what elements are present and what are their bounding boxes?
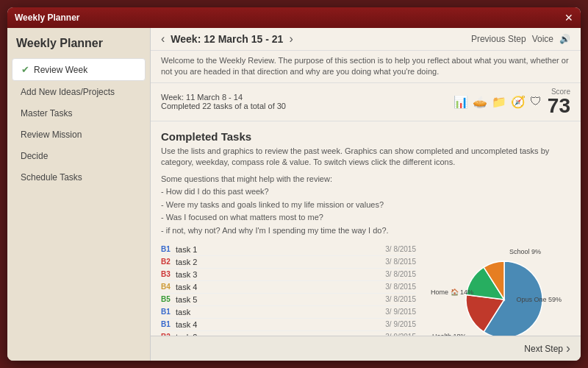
pie-chart: Opus One 59% Health 18% Home 🏠 14% Schoo…	[431, 244, 563, 336]
review-question: - How did I do this past week?	[161, 185, 570, 199]
completed-label: Completed 22 tasks of a total of 30	[161, 102, 286, 110]
task-date: 3/ 9/2015	[372, 320, 416, 328]
app-window: Weekly Planner ✕ Weekly Planner ✔Review …	[7, 7, 581, 361]
sidebar-item-master-tasks[interactable]: Master Tasks	[12, 103, 146, 124]
intro-text: Welcome to the Weekly Review. The purpos…	[151, 51, 581, 83]
stats-right: 📊 🥧 📁 🧭 🛡 Score 73	[453, 88, 570, 116]
week-label: Week: 12 March 15 - 21	[171, 33, 283, 45]
bar-chart-icon[interactable]: 📊	[453, 95, 468, 109]
main-scroll-area: Completed Tasks Use the lists and graphi…	[151, 121, 581, 336]
table-row: B4task 43/ 8/2015	[161, 281, 416, 294]
review-questions: Some questions that might help with the …	[161, 173, 570, 238]
prev-week-button[interactable]: ‹	[161, 32, 165, 46]
task-date: 3/ 8/2015	[372, 258, 416, 266]
icon-toolbar: 📊 🥧 📁 🧭 🛡	[453, 95, 542, 109]
pie-label-home: Home 🏠 14%	[431, 289, 473, 296]
task-name: task 1	[176, 245, 372, 254]
completed-tasks-desc: Use the lists and graphics to review the…	[161, 146, 570, 169]
task-date: 3/ 8/2015	[372, 270, 416, 278]
sidebar-item-schedule-tasks[interactable]: Schedule Tasks	[12, 167, 146, 188]
task-date: 3/ 8/2015	[372, 283, 416, 291]
task-badge: B3	[161, 270, 176, 278]
sidebar-item-label: Schedule Tasks	[21, 172, 82, 183]
task-name: task 5	[176, 295, 372, 304]
compass-icon[interactable]: 🧭	[511, 95, 526, 109]
top-right-nav: Previous Step Voice 🔊	[471, 34, 570, 44]
task-badge: B1	[161, 308, 176, 316]
voice-label: Voice	[532, 34, 553, 44]
task-date: 3/ 8/2015	[372, 295, 416, 303]
task-badge: B4	[161, 283, 176, 291]
task-list: B1task 13/ 8/2015B2task 23/ 8/2015B3task…	[161, 244, 416, 336]
table-row: B2task 23/ 8/2015	[161, 256, 416, 269]
shield-icon[interactable]: 🛡	[530, 95, 542, 108]
previous-step-label: Previous Step	[471, 34, 526, 44]
task-badge: B1	[161, 320, 176, 328]
review-question: - if not, why not? And why I'm I spendin…	[161, 224, 570, 238]
tasks-chart-area: B1task 13/ 8/2015B2task 23/ 8/2015B3task…	[161, 244, 570, 336]
task-date: 3/ 9/2015	[372, 308, 416, 316]
task-name: task	[176, 308, 372, 316]
content-area: Weekly Planner ✔Review WeekAdd New Ideas…	[7, 28, 581, 361]
sidebar-item-label: Decide	[21, 151, 48, 161]
task-badge: B1	[161, 245, 176, 253]
sidebar-item-label: Add New Ideas/Projects	[21, 87, 115, 97]
week-range-label: Week: 11 March 8 - 14	[161, 93, 286, 102]
task-badge: B2	[161, 258, 176, 266]
main-content: ‹ Week: 12 March 15 - 21 › Previous Step…	[151, 28, 581, 361]
pie-label-school: School 9%	[509, 248, 541, 255]
chart-area: Opus One 59% Health 18% Home 🏠 14% Schoo…	[423, 244, 570, 336]
sidebar-item-review-mission[interactable]: Review Mission	[12, 124, 146, 145]
next-step-chevron-icon: ›	[566, 341, 570, 356]
task-name: task 4	[176, 320, 372, 329]
close-button[interactable]: ✕	[564, 12, 573, 24]
week-nav: ‹ Week: 12 March 15 - 21 ›	[161, 32, 293, 46]
review-question: - Were my tasks and goals linked to my l…	[161, 199, 570, 212]
task-date: 3/ 8/2015	[372, 245, 416, 253]
table-row: B1task 13/ 8/2015	[161, 244, 416, 256]
task-name: task 2	[176, 258, 372, 266]
score-block: Score 73	[548, 88, 570, 116]
sidebar-item-review-week[interactable]: ✔Review Week	[12, 58, 146, 81]
table-row: B5task 53/ 8/2015	[161, 294, 416, 306]
sidebar-item-label: Review Week	[34, 65, 87, 75]
table-row: B1task 43/ 9/2015	[161, 319, 416, 331]
next-week-button[interactable]: ›	[289, 32, 293, 46]
sidebar-item-add-new-ideas[interactable]: Add New Ideas/Projects	[12, 82, 146, 102]
sidebar-item-label: Master Tasks	[21, 108, 72, 118]
pie-label-opus: Opus One 59%	[516, 296, 562, 303]
task-badge: B5	[161, 295, 176, 303]
stats-left: Week: 11 March 8 - 14 Completed 22 tasks…	[161, 93, 286, 110]
voice-icon[interactable]: 🔊	[559, 34, 570, 44]
check-icon: ✔	[21, 64, 29, 75]
task-name: task 3	[176, 270, 372, 279]
next-step-label: Next Step	[524, 344, 563, 354]
pie-label-health: Health 18%	[432, 333, 467, 336]
next-step-button[interactable]: Next Step ›	[524, 341, 570, 356]
review-question: - Was I focused on what matters most to …	[161, 211, 570, 224]
top-nav: ‹ Week: 12 March 15 - 21 › Previous Step…	[151, 28, 581, 51]
sidebar-item-decide[interactable]: Decide	[12, 146, 146, 166]
score-value: 73	[548, 96, 570, 116]
sidebar-item-label: Review Mission	[21, 130, 82, 140]
bottom-bar: Next Step ›	[151, 336, 581, 361]
completed-tasks-title: Completed Tasks	[161, 130, 570, 143]
sidebar-title: Weekly Planner	[7, 34, 150, 57]
task-name: task 4	[176, 283, 372, 291]
table-row: B1task3/ 9/2015	[161, 306, 416, 319]
sidebar: Weekly Planner ✔Review WeekAdd New Ideas…	[7, 28, 151, 361]
window-title: Weekly Planner	[15, 13, 80, 23]
folder-icon[interactable]: 📁	[492, 95, 506, 109]
stats-bar: Week: 11 March 8 - 14 Completed 22 tasks…	[151, 83, 581, 121]
pie-chart-icon[interactable]: 🥧	[473, 95, 487, 109]
table-row: B3task 33/ 8/2015	[161, 269, 416, 281]
title-bar: Weekly Planner ✕	[7, 7, 581, 28]
